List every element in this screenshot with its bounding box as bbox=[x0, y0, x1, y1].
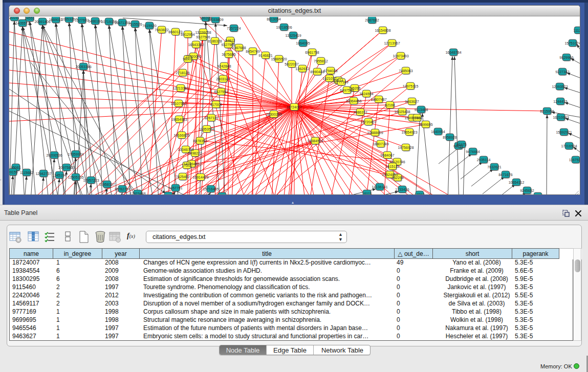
svg-text:5498222: 5498222 bbox=[188, 151, 202, 155]
svg-text:1527602: 1527602 bbox=[75, 18, 89, 22]
svg-text:15712: 15712 bbox=[217, 194, 227, 195]
svg-text:2367608: 2367608 bbox=[232, 46, 246, 50]
svg-text:8958928: 8958928 bbox=[443, 136, 456, 139]
svg-text:7357224: 7357224 bbox=[227, 27, 241, 30]
svg-text:91975: 91975 bbox=[456, 143, 467, 146]
svg-text:8990448: 8990448 bbox=[310, 70, 324, 74]
svg-text:16111: 16111 bbox=[362, 192, 372, 195]
svg-text:20191: 20191 bbox=[9, 17, 19, 19]
svg-text:9146821: 9146821 bbox=[258, 54, 272, 57]
svg-text:17957223: 17957223 bbox=[83, 179, 99, 182]
svg-text:9113468: 9113468 bbox=[415, 108, 428, 112]
svg-text:15404: 15404 bbox=[412, 116, 422, 120]
svg-text:3675685: 3675685 bbox=[222, 53, 235, 56]
svg-text:19166825: 19166825 bbox=[173, 134, 189, 137]
svg-text:16782759: 16782759 bbox=[114, 187, 130, 191]
svg-text:16120746: 16120746 bbox=[389, 160, 405, 164]
svg-text:2935114: 2935114 bbox=[477, 158, 491, 162]
svg-text:10958107: 10958107 bbox=[99, 183, 115, 186]
svg-text:11353594: 11353594 bbox=[199, 127, 215, 131]
svg-text:17016504: 17016504 bbox=[561, 144, 577, 148]
svg-text:10025438: 10025438 bbox=[394, 110, 410, 114]
svg-text:20053346: 20053346 bbox=[75, 65, 91, 69]
svg-text:6961758: 6961758 bbox=[305, 51, 319, 54]
svg-text:10973493: 10973493 bbox=[393, 54, 408, 58]
svg-text:1167533: 1167533 bbox=[569, 158, 580, 162]
svg-text:6466160: 6466160 bbox=[88, 19, 102, 23]
svg-text:9463627: 9463627 bbox=[405, 100, 419, 103]
svg-text:10046788: 10046788 bbox=[178, 148, 193, 151]
svg-text:17511: 17511 bbox=[182, 164, 192, 167]
svg-text:12923448: 12923448 bbox=[129, 192, 145, 195]
svg-text:9684067: 9684067 bbox=[380, 154, 394, 157]
svg-text:3824554: 3824554 bbox=[359, 92, 373, 96]
svg-text:19654983: 19654983 bbox=[171, 118, 187, 121]
svg-text:19218506: 19218506 bbox=[276, 26, 292, 29]
svg-text:12213383: 12213383 bbox=[172, 86, 188, 90]
svg-text:1864095: 1864095 bbox=[296, 41, 310, 45]
svg-text:1405572: 1405572 bbox=[15, 21, 29, 25]
svg-text:8267110: 8267110 bbox=[205, 116, 219, 120]
svg-text:11123: 11123 bbox=[574, 29, 580, 32]
svg-text:39159: 39159 bbox=[9, 170, 18, 174]
svg-text:18107552: 18107552 bbox=[170, 102, 186, 105]
svg-text:7632621: 7632621 bbox=[487, 165, 501, 169]
svg-text:9829966: 9829966 bbox=[559, 56, 573, 59]
svg-text:12975115: 12975115 bbox=[403, 84, 419, 88]
svg-text:92451: 92451 bbox=[533, 194, 543, 195]
svg-text:7663822: 7663822 bbox=[155, 28, 168, 32]
svg-text:9411: 9411 bbox=[164, 194, 172, 195]
svg-text:16648784: 16648784 bbox=[445, 51, 461, 54]
svg-text:10654112: 10654112 bbox=[509, 181, 525, 184]
svg-text:18300295: 18300295 bbox=[266, 113, 281, 116]
svg-text:1615132: 1615132 bbox=[385, 165, 399, 168]
svg-text:18807249: 18807249 bbox=[373, 142, 388, 146]
svg-text:20364456: 20364456 bbox=[345, 99, 361, 103]
svg-text:12942737: 12942737 bbox=[35, 172, 51, 176]
svg-text:19384554: 19384554 bbox=[307, 139, 323, 143]
svg-text:1362612: 1362612 bbox=[295, 67, 309, 71]
svg-text:20975867: 20975867 bbox=[58, 166, 74, 169]
svg-text:19756928: 19756928 bbox=[398, 146, 413, 149]
svg-text:7615520: 7615520 bbox=[142, 24, 156, 28]
svg-text:7625402: 7625402 bbox=[176, 175, 189, 179]
svg-text:9245652: 9245652 bbox=[520, 189, 534, 192]
svg-text:7955812: 7955812 bbox=[314, 59, 328, 63]
svg-text:15692971: 15692971 bbox=[556, 130, 572, 134]
svg-text:16914479: 16914479 bbox=[192, 176, 208, 179]
svg-text:9227342: 9227342 bbox=[555, 70, 569, 74]
svg-text:2718126: 2718126 bbox=[176, 71, 189, 75]
svg-text:417004: 417004 bbox=[210, 103, 222, 106]
svg-text:13226058: 13226058 bbox=[195, 31, 211, 34]
svg-text:12505135: 12505135 bbox=[68, 176, 83, 179]
svg-text:9699695: 9699695 bbox=[419, 123, 432, 126]
svg-text:54612: 54612 bbox=[225, 39, 235, 42]
svg-text:10807487: 10807487 bbox=[371, 98, 386, 101]
svg-text:20206536: 20206536 bbox=[46, 154, 62, 157]
svg-text:15751074: 15751074 bbox=[564, 41, 580, 45]
svg-text:8471676: 8471676 bbox=[498, 173, 512, 177]
svg-text:1345194: 1345194 bbox=[52, 173, 66, 177]
svg-text:16210643: 16210643 bbox=[553, 116, 569, 119]
svg-text:8454749: 8454749 bbox=[246, 50, 259, 53]
svg-text:8215958: 8215958 bbox=[540, 110, 554, 113]
svg-text:18724007: 18724007 bbox=[286, 105, 302, 109]
svg-text:7515526: 7515526 bbox=[128, 23, 142, 26]
svg-text:12213967: 12213967 bbox=[384, 41, 400, 45]
svg-text:16543382: 16543382 bbox=[188, 43, 204, 47]
svg-text:1244415: 1244415 bbox=[553, 100, 567, 103]
svg-text:15716485: 15716485 bbox=[203, 187, 219, 191]
svg-text:1640954: 1640954 bbox=[431, 130, 445, 134]
svg-text:7986372: 7986372 bbox=[353, 111, 367, 114]
svg-text:8813054: 8813054 bbox=[267, 17, 280, 21]
svg-text:17359924: 17359924 bbox=[68, 152, 83, 156]
svg-text:252254: 252254 bbox=[391, 176, 403, 180]
svg-text:9474444: 9474444 bbox=[466, 150, 480, 154]
svg-text:20691406: 20691406 bbox=[34, 20, 50, 24]
svg-text:19654923: 19654923 bbox=[401, 130, 417, 134]
svg-text:15885520: 15885520 bbox=[271, 57, 287, 61]
svg-text:17312: 17312 bbox=[415, 193, 425, 195]
svg-text:8427552: 8427552 bbox=[214, 90, 228, 94]
svg-text:6794028: 6794028 bbox=[323, 69, 337, 73]
svg-text:9242848: 9242848 bbox=[217, 64, 231, 68]
